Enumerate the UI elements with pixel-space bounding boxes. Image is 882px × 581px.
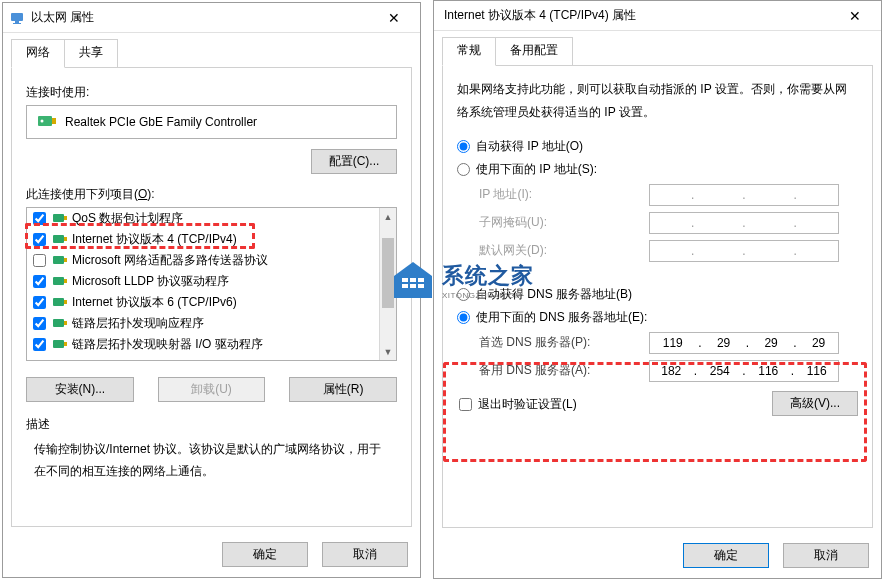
- close-icon[interactable]: ✕: [374, 7, 414, 29]
- tab-network[interactable]: 网络: [11, 39, 65, 68]
- tab-general[interactable]: 常规: [442, 37, 496, 66]
- scroll-down-icon[interactable]: ▼: [380, 343, 396, 360]
- install-button[interactable]: 安装(N)...: [26, 377, 134, 402]
- validate-label: 退出时验证设置(L): [478, 396, 577, 413]
- svg-rect-0: [11, 13, 23, 21]
- adapter-box[interactable]: Realtek PCIe GbE Family Controller: [26, 105, 397, 139]
- scroll-up-icon[interactable]: ▲: [380, 208, 396, 225]
- protocol-icon: [52, 233, 68, 247]
- intro-text: 如果网络支持此功能，则可以获取自动指派的 IP 设置。否则，你需要从网络系统管理…: [457, 78, 858, 124]
- subnet-mask-row: 子网掩码(U): ...: [479, 212, 858, 234]
- svg-rect-10: [53, 256, 64, 264]
- description-body: 传输控制协议/Internet 协议。该协议是默认的广域网络协议，用于在不同的相…: [26, 439, 397, 482]
- ok-button[interactable]: 确定: [222, 542, 308, 567]
- radio-dns-manual-input[interactable]: [457, 311, 470, 324]
- list-item[interactable]: 链路层拓扑发现响应程序: [27, 313, 396, 334]
- list-item-checkbox[interactable]: [33, 212, 46, 225]
- list-item[interactable]: QoS 数据包计划程序: [27, 208, 396, 229]
- protocol-icon: [52, 338, 68, 352]
- list-item[interactable]: Internet 协议版本 6 (TCP/IPv6): [27, 292, 396, 313]
- svg-rect-6: [53, 214, 64, 222]
- svg-point-5: [41, 120, 44, 123]
- cancel-button[interactable]: 取消: [783, 543, 869, 568]
- dialog-footer: 确定 取消: [3, 534, 420, 577]
- list-item-checkbox[interactable]: [33, 254, 46, 267]
- adapter-name: Realtek PCIe GbE Family Controller: [65, 115, 257, 129]
- svg-rect-15: [64, 300, 67, 304]
- gateway-label: 默认网关(D):: [479, 242, 649, 259]
- scroll-thumb[interactable]: [382, 238, 394, 308]
- radio-ip-manual[interactable]: 使用下面的 IP 地址(S):: [457, 161, 858, 178]
- list-item-checkbox[interactable]: [33, 275, 46, 288]
- dns-alternate-label: 备用 DNS 服务器(A):: [479, 362, 649, 379]
- radio-dns-manual-label: 使用下面的 DNS 服务器地址(E):: [476, 309, 647, 326]
- scrollbar[interactable]: ▲ ▼: [379, 208, 396, 360]
- svg-rect-13: [64, 279, 67, 283]
- radio-dns-manual[interactable]: 使用下面的 DNS 服务器地址(E):: [457, 309, 858, 326]
- list-item-checkbox[interactable]: [33, 317, 46, 330]
- list-item-label: 链路层拓扑发现响应程序: [72, 315, 204, 332]
- svg-rect-9: [64, 237, 67, 241]
- subnet-mask-input: ...: [649, 212, 839, 234]
- svg-rect-4: [52, 118, 56, 124]
- dialog-footer: 确定 取消: [434, 535, 881, 578]
- tabstrip: 常规 备用配置: [434, 31, 881, 66]
- uses-items-label: 此连接使用下列项目(O):: [26, 186, 397, 203]
- svg-rect-14: [53, 298, 64, 306]
- radio-ip-auto-label: 自动获得 IP 地址(O): [476, 138, 583, 155]
- svg-rect-17: [64, 321, 67, 325]
- svg-rect-8: [53, 235, 64, 243]
- list-item-checkbox[interactable]: [33, 296, 46, 309]
- components-listbox[interactable]: QoS 数据包计划程序Internet 协议版本 4 (TCP/IPv4)Mic…: [26, 207, 397, 361]
- list-item[interactable]: Microsoft 网络适配器多路传送器协议: [27, 250, 396, 271]
- cancel-button[interactable]: 取消: [322, 542, 408, 567]
- list-item-label: Microsoft 网络适配器多路传送器协议: [72, 252, 268, 269]
- svg-rect-7: [64, 216, 67, 220]
- ip-address-input: ...: [649, 184, 839, 206]
- radio-ip-manual-input[interactable]: [457, 163, 470, 176]
- description-title: 描述: [26, 416, 397, 433]
- svg-rect-19: [64, 342, 67, 346]
- svg-rect-12: [53, 277, 64, 285]
- protocol-icon: [52, 212, 68, 226]
- dialog-title: 以太网 属性: [31, 9, 374, 26]
- close-icon[interactable]: ✕: [835, 5, 875, 27]
- titlebar[interactable]: Internet 协议版本 4 (TCP/IPv4) 属性 ✕: [434, 1, 881, 31]
- connect-using-label: 连接时使用:: [26, 84, 397, 101]
- ip-address-label: IP 地址(I):: [479, 186, 649, 203]
- protocol-icon: [52, 254, 68, 268]
- svg-rect-2: [13, 23, 21, 24]
- list-item-checkbox[interactable]: [33, 233, 46, 246]
- radio-dns-auto[interactable]: 自动获得 DNS 服务器地址(B): [457, 286, 858, 303]
- dns-preferred-input[interactable]: 119. 29. 29. 29: [649, 332, 839, 354]
- advanced-button[interactable]: 高级(V)...: [772, 391, 858, 416]
- tab-panel-network: 连接时使用: Realtek PCIe GbE Family Controlle…: [11, 67, 412, 527]
- list-item-checkbox[interactable]: [33, 338, 46, 351]
- titlebar[interactable]: 以太网 属性 ✕: [3, 3, 420, 33]
- radio-ip-auto-input[interactable]: [457, 140, 470, 153]
- list-item[interactable]: Internet 协议版本 4 (TCP/IPv4): [27, 229, 396, 250]
- subnet-mask-label: 子网掩码(U):: [479, 214, 649, 231]
- radio-dns-auto-label: 自动获得 DNS 服务器地址(B): [476, 286, 632, 303]
- svg-rect-3: [38, 116, 52, 126]
- radio-dns-auto-input[interactable]: [457, 288, 470, 301]
- ipv4-properties-dialog: Internet 协议版本 4 (TCP/IPv4) 属性 ✕ 常规 备用配置 …: [433, 0, 882, 579]
- configure-button[interactable]: 配置(C)...: [311, 149, 397, 174]
- nic-icon: [37, 114, 57, 130]
- tab-share[interactable]: 共享: [64, 39, 118, 68]
- properties-button[interactable]: 属性(R): [289, 377, 397, 402]
- validate-checkbox[interactable]: [459, 398, 472, 411]
- dns-preferred-label: 首选 DNS 服务器(P):: [479, 334, 649, 351]
- ok-button[interactable]: 确定: [683, 543, 769, 568]
- dns-alternate-input[interactable]: 182. 254. 116. 116: [649, 360, 839, 382]
- list-item[interactable]: Microsoft LLDP 协议驱动程序: [27, 271, 396, 292]
- ethernet-properties-dialog: 以太网 属性 ✕ 网络 共享 连接时使用: Realtek PCIe GbE F…: [2, 2, 421, 578]
- tab-alternate[interactable]: 备用配置: [495, 37, 573, 66]
- list-item-label: Internet 协议版本 6 (TCP/IPv6): [72, 294, 237, 311]
- gateway-input: ...: [649, 240, 839, 262]
- radio-ip-manual-label: 使用下面的 IP 地址(S):: [476, 161, 597, 178]
- list-item[interactable]: 链路层拓扑发现映射器 I/O 驱动程序: [27, 334, 396, 355]
- svg-rect-16: [53, 319, 64, 327]
- radio-ip-auto[interactable]: 自动获得 IP 地址(O): [457, 138, 858, 155]
- dns-alternate-row: 备用 DNS 服务器(A): 182. 254. 116. 116: [479, 360, 858, 382]
